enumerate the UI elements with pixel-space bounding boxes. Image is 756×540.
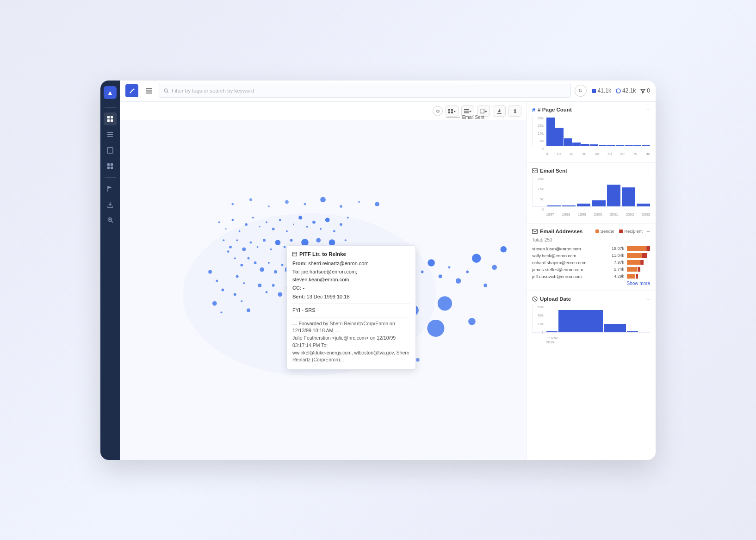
svg-point-161 <box>241 300 242 302</box>
addr-name-4: james.steffes@enron.com <box>532 267 607 272</box>
svg-point-58 <box>284 246 286 248</box>
sidebar-item-list[interactable] <box>104 128 117 141</box>
legend-recipient: Recipient <box>619 229 643 234</box>
addr-bar-1 <box>627 246 650 251</box>
main-content: Filter by tags or search by keyword ↻ 41… <box>120 81 656 460</box>
email-addr-minimize[interactable]: − <box>646 228 650 235</box>
sidebar-item-flag[interactable] <box>104 182 117 195</box>
svg-point-67 <box>345 239 347 241</box>
svg-point-57 <box>275 240 281 245</box>
page-count-y-axis: 35k25k15k5k0 <box>532 116 545 151</box>
email-sent-bars <box>532 177 650 207</box>
svg-point-119 <box>483 283 487 287</box>
svg-point-159 <box>227 250 229 253</box>
svg-point-126 <box>304 203 306 205</box>
svg-point-91 <box>272 284 275 286</box>
scatter-area[interactable]: Email Sent <box>120 102 526 460</box>
svg-point-92 <box>278 292 282 297</box>
addr-row-2: sally.beck@enron.com 11.04k <box>532 253 650 258</box>
page-count-minimize[interactable]: − <box>646 106 650 113</box>
svg-point-114 <box>439 274 442 278</box>
addr-name-2: sally.beck@enron.com <box>532 253 607 258</box>
sidebar-item-scatter[interactable] <box>104 112 117 125</box>
svg-point-123 <box>249 198 252 201</box>
svg-rect-9 <box>111 163 113 166</box>
svg-point-38 <box>279 218 281 221</box>
svg-point-160 <box>234 293 236 296</box>
svg-point-129 <box>358 201 360 203</box>
svg-point-115 <box>448 266 451 268</box>
svg-line-25 <box>167 92 169 93</box>
svg-point-116 <box>456 278 461 284</box>
svg-point-73 <box>281 264 284 266</box>
right-panel: # # Page Count − 35k25k15k5k0 <box>526 102 656 460</box>
svg-point-30 <box>225 228 227 230</box>
sidebar-item-zoom[interactable] <box>104 214 117 227</box>
sidebar-item-thumbnails[interactable] <box>104 160 117 173</box>
svg-point-122 <box>231 203 234 205</box>
tooltip-from: From: sherri.reinartz@enron.com <box>292 260 410 267</box>
tooltip-divider <box>292 303 410 304</box>
search-placeholder: Filter by tags or search by keyword <box>172 88 254 93</box>
addr-row-1: steven.kean@enron.com 18.07k <box>532 246 650 251</box>
svg-point-162 <box>247 308 250 312</box>
svg-point-56 <box>270 248 272 250</box>
addr-count-5: 4.29k <box>609 274 624 279</box>
stat-emails: 42.1k <box>616 87 636 94</box>
page-count-bars <box>532 116 650 146</box>
toolbar: Filter by tags or search by keyword ↻ 41… <box>120 81 656 102</box>
sidebar-divider-1 <box>105 107 116 108</box>
svg-point-113 <box>428 259 435 267</box>
sidebar-item-select[interactable] <box>104 144 117 157</box>
upload-date-bars <box>532 305 650 333</box>
show-more-btn[interactable]: Show more <box>532 281 650 286</box>
svg-rect-4 <box>107 132 113 133</box>
svg-rect-23 <box>146 93 152 93</box>
svg-point-46 <box>333 230 335 232</box>
svg-point-49 <box>223 239 224 241</box>
svg-rect-8 <box>107 163 110 166</box>
sidebar-logo[interactable]: ▲ <box>104 86 117 99</box>
upload-date-minimize[interactable]: − <box>646 296 650 302</box>
svg-point-40 <box>293 223 294 225</box>
email-sent-title: Email Sent <box>532 168 567 174</box>
page-count-title: # # Page Count <box>532 106 572 113</box>
addr-bar-3 <box>627 260 650 265</box>
svg-point-120 <box>492 265 497 270</box>
email-addresses-section: Email Addresses Sender Recipient <box>527 223 656 291</box>
page-count-header: # # Page Count − <box>532 106 650 113</box>
upload-date-title: Upload Date <box>532 296 571 302</box>
page-count-x-axis: 01020304050607080 <box>532 152 650 156</box>
email-sent-minimize[interactable]: − <box>646 168 650 174</box>
sidebar-item-export[interactable] <box>104 198 117 211</box>
svg-point-53 <box>249 241 252 243</box>
upload-date-header: Upload Date − <box>532 296 650 302</box>
refresh-btn[interactable]: ↻ <box>575 85 587 97</box>
view-scatter-btn[interactable] <box>125 84 138 97</box>
toolbar-right: ↻ 41.1k 42.1k 0 <box>575 85 650 97</box>
email-sent-x-axis: 1997199819992000200120022003 <box>532 212 650 217</box>
svg-rect-7 <box>107 148 113 153</box>
svg-rect-3 <box>111 119 113 122</box>
upload-date-section: Upload Date − 50k30k10k0 <box>527 291 656 347</box>
svg-point-39 <box>286 230 288 232</box>
svg-point-44 <box>320 228 322 230</box>
stat-filters: 0 <box>640 87 650 94</box>
svg-point-158 <box>243 282 245 284</box>
svg-point-135 <box>438 296 452 310</box>
view-list-btn[interactable] <box>142 84 155 97</box>
svg-point-54 <box>257 246 259 248</box>
svg-point-140 <box>468 317 476 325</box>
svg-point-65 <box>329 239 335 246</box>
svg-point-45 <box>325 217 330 222</box>
svg-point-70 <box>260 267 264 272</box>
svg-rect-0 <box>107 116 110 118</box>
svg-point-130 <box>375 202 379 206</box>
email-addr-title: Email Addresses <box>532 229 582 234</box>
content-area: Email Sent <box>120 102 656 460</box>
screen-wrapper: ▲ <box>100 81 656 460</box>
svg-point-124 <box>268 205 270 207</box>
svg-point-20 <box>133 88 134 90</box>
svg-point-51 <box>236 239 238 241</box>
tooltip-body: — Forwarded by Sherri Reinartz/Corp/Enro… <box>292 320 410 364</box>
